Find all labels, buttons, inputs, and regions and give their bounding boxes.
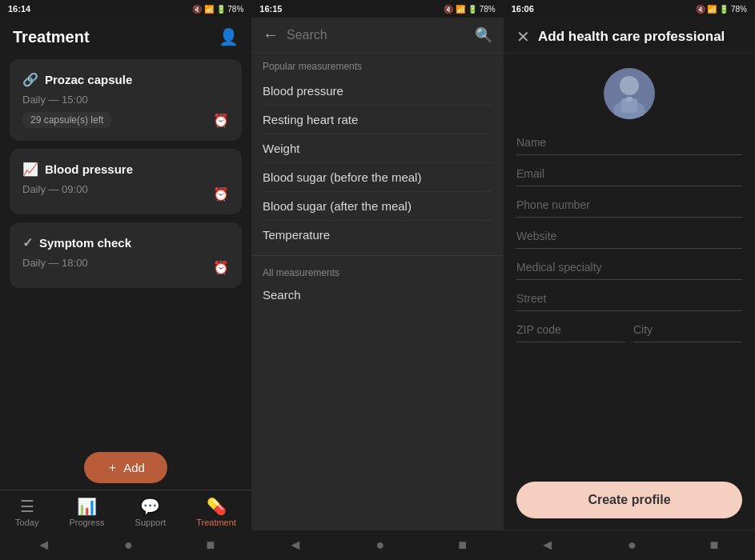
treatment-header: Treatment 👤	[0, 18, 251, 53]
icons-1: 🔇 📶 🔋 78%	[192, 5, 243, 14]
user-icon[interactable]: 👤	[219, 27, 239, 46]
support-icon: 💬	[140, 497, 160, 516]
city-field[interactable]	[633, 314, 742, 342]
hcp-close-btn[interactable]: ✕	[516, 27, 530, 46]
time-2: 16:15	[259, 4, 282, 14]
all-search-text[interactable]: Search	[263, 283, 492, 306]
hcp-header: ✕ Add health care professional	[504, 18, 755, 54]
city-input[interactable]	[633, 323, 742, 336]
name-field[interactable]	[516, 127, 742, 155]
add-hcp-panel: ✕ Add health care professional	[504, 18, 755, 560]
capsule-icon: 🔗	[22, 72, 38, 87]
zip-input[interactable]	[516, 323, 625, 336]
progress-icon: 📊	[77, 497, 97, 516]
status-bar-3: 16:06 🔇 📶 🔋 78%	[504, 0, 755, 18]
back-btn-2[interactable]: ◄	[288, 537, 303, 554]
back-btn-3[interactable]: ◄	[540, 537, 555, 554]
nav-today[interactable]: ☰ Today	[15, 497, 38, 527]
nav-treatment[interactable]: 💊 Treatment	[196, 497, 236, 527]
street-input[interactable]	[516, 292, 742, 305]
create-profile-button[interactable]: Create profile	[516, 482, 742, 518]
recent-btn-3[interactable]: ■	[709, 537, 718, 554]
search-item-blood-sugar-before[interactable]: Blood sugar (before the meal)	[263, 163, 492, 192]
all-measurements-section: All measurements Search	[251, 259, 504, 310]
icons-2: 🔇 📶 🔋 78%	[444, 5, 495, 14]
search-item-blood-pressure[interactable]: Blood pressure	[263, 77, 492, 106]
search-back-btn[interactable]: ←	[263, 26, 279, 44]
address-row	[516, 314, 742, 346]
status-bar-2: 16:15 🔇 📶 🔋 78%	[251, 0, 503, 18]
popular-section: Popular measurements Blood pressure Rest…	[251, 53, 504, 252]
today-icon: ☰	[20, 497, 34, 516]
recent-btn-1[interactable]: ■	[206, 537, 215, 554]
search-item-weight[interactable]: Weight	[263, 134, 492, 163]
phone-input[interactable]	[516, 198, 742, 211]
card-prozac-schedule: Daily — 15:00	[22, 94, 229, 106]
card-prozac-title: 🔗 Prozac capsule	[22, 72, 229, 87]
fab-area: ＋ Add	[0, 442, 251, 490]
android-nav-2: ◄ ● ■	[251, 530, 504, 560]
treatment-cards: 🔗 Prozac capsule Daily — 15:00 29 capsul…	[0, 53, 251, 442]
card-sc-schedule: Daily — 18:00	[22, 257, 229, 269]
avatar-svg	[604, 68, 655, 119]
treatment-panel: Treatment 👤 🔗 Prozac capsule Daily — 15:…	[0, 18, 251, 560]
search-panel: ← 🔍 Popular measurements Blood pressure …	[251, 18, 504, 560]
status-bar-1: 16:14 🔇 📶 🔋 78%	[0, 0, 251, 18]
search-item-resting-heart[interactable]: Resting heart rate	[263, 106, 492, 134]
email-field[interactable]	[516, 158, 742, 186]
alarm-icon-1: ⏰	[213, 113, 229, 128]
check-icon: ✓	[22, 235, 33, 250]
treatment-nav-label: Treatment	[196, 518, 236, 527]
add-button[interactable]: ＋ Add	[84, 452, 167, 483]
bp-icon: 📈	[22, 162, 38, 177]
street-field[interactable]	[516, 283, 742, 311]
home-btn-1[interactable]: ●	[124, 537, 133, 554]
specialty-field[interactable]	[516, 252, 742, 280]
status-bars: 16:14 🔇 📶 🔋 78% 16:15 🔇 📶 🔋 78% 16:06 🔇 …	[0, 0, 755, 18]
search-divider	[251, 255, 504, 256]
hcp-avatar-area	[504, 54, 755, 127]
search-header: ← 🔍	[251, 18, 504, 53]
hcp-form	[504, 127, 755, 470]
android-nav-1: ◄ ● ■	[0, 530, 251, 560]
icons-3: 🔇 📶 🔋 78%	[696, 5, 747, 14]
website-field[interactable]	[516, 221, 742, 249]
back-btn-1[interactable]: ◄	[37, 537, 51, 554]
zip-field[interactable]	[516, 314, 625, 342]
avatar	[604, 68, 655, 119]
specialty-input[interactable]	[516, 261, 742, 274]
svg-rect-3	[626, 97, 633, 102]
name-input[interactable]	[516, 136, 742, 149]
alarm-icon-3: ⏰	[213, 260, 229, 275]
search-submit-icon[interactable]: 🔍	[475, 26, 492, 44]
card-bp-title: 📈 Blood pressure	[22, 162, 229, 177]
hcp-footer: Create profile	[504, 470, 755, 530]
card-blood-pressure[interactable]: 📈 Blood pressure Daily — 09:00 ⏰	[10, 149, 242, 214]
nav-support[interactable]: 💬 Support	[135, 497, 167, 527]
home-btn-3[interactable]: ●	[628, 537, 637, 554]
phone-field[interactable]	[516, 190, 742, 218]
hcp-title: Add health care professional	[538, 29, 742, 45]
recent-btn-2[interactable]: ■	[458, 537, 467, 554]
add-icon: ＋	[106, 460, 118, 475]
card-prozac-badge: 29 capsule(s) left	[22, 112, 111, 128]
nav-progress[interactable]: 📊 Progress	[69, 497, 104, 527]
email-input[interactable]	[516, 167, 742, 180]
today-label: Today	[15, 518, 38, 527]
website-input[interactable]	[516, 230, 742, 242]
add-label: Add	[123, 461, 145, 474]
alarm-icon-2: ⏰	[213, 186, 229, 202]
card-symptom-check[interactable]: ✓ Symptom check Daily — 18:00 ⏰	[10, 222, 242, 288]
search-input[interactable]	[287, 28, 467, 42]
time-3: 16:06	[512, 4, 534, 14]
treatment-title: Treatment	[13, 28, 90, 46]
card-prozac[interactable]: 🔗 Prozac capsule Daily — 15:00 29 capsul…	[10, 59, 242, 141]
search-item-temperature[interactable]: Temperature	[263, 221, 492, 249]
home-btn-2[interactable]: ●	[376, 537, 385, 554]
treatment-icon: 💊	[207, 497, 227, 516]
time-1: 16:14	[8, 4, 30, 14]
support-label: Support	[135, 518, 167, 527]
svg-point-0	[620, 76, 639, 95]
search-item-blood-sugar-after[interactable]: Blood sugar (after the meal)	[263, 192, 492, 221]
screens-container: Treatment 👤 🔗 Prozac capsule Daily — 15:…	[0, 18, 755, 560]
